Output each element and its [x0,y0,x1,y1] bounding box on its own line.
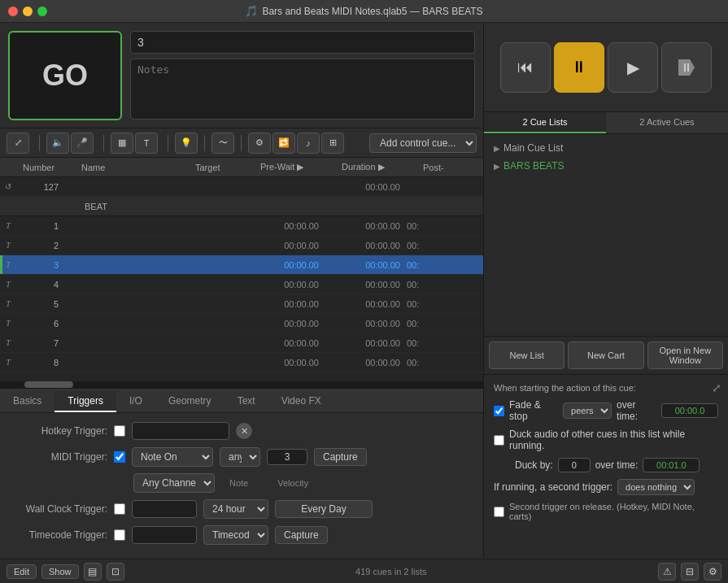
midi-btn[interactable]: ⊞ [321,133,344,154]
music-btn[interactable]: ♪ [297,133,320,154]
cue-number-input[interactable] [130,31,475,54]
table-row[interactable]: T 5 00:00.00 00:00.00 00: [0,294,483,314]
row-prewait: 00:00.00 [244,299,325,309]
table-row[interactable]: T 1 00:00.00 00:00.00 00: [0,216,483,236]
wall-clock-hour-select[interactable]: 24 hour [203,499,268,519]
cue-lists-tab[interactable]: 2 Cue Lists [484,112,606,133]
duck-time-input[interactable] [643,458,700,472]
row-prewait: 00:00.00 [244,358,325,368]
midi-channel-any-select[interactable]: any [220,447,260,467]
expand-icon[interactable]: ⤢ [712,381,721,394]
window-controls[interactable] [8,7,47,16]
midi-note-input[interactable] [267,449,307,465]
transport: ⏮ ⏸ ▶ [484,23,728,112]
table-row-active[interactable]: T 3 00:00.00 00:00.00 00: [0,255,483,275]
new-cart-btn[interactable]: New Cart [568,342,643,369]
row-post: 00: [407,241,483,250]
duck-audio-row: Duck audio of other cues in this list wh… [494,429,718,451]
separator-3 [168,135,168,151]
stop-btn[interactable] [661,42,712,93]
open-new-window-btn[interactable]: Open in New Window [647,342,723,369]
col-header-name: Name [81,163,195,172]
row-duration: 00:00.00 [325,319,407,328]
hotkey-trigger-row: Hotkey Trigger: ✕ [10,421,473,441]
table-row[interactable]: T 4 00:00.00 00:00.00 00: [0,275,483,294]
close-button[interactable] [8,7,18,16]
duck-by-input[interactable] [558,458,591,472]
list-item[interactable]: ▶ BARS BEATS [489,157,723,175]
wave-btn[interactable]: 〜 [211,133,234,154]
tab-io[interactable]: I/O [116,391,155,412]
tab-bar: Basics Triggers I/O Geometry Text Video … [0,389,483,413]
wall-clock-checkbox[interactable] [114,503,125,515]
col-header-prewait: Pre-Wait ▶ [260,162,342,172]
mic-btn[interactable]: 🎤 [71,133,94,154]
tab-videofx[interactable]: Video FX [268,391,334,412]
tab-triggers[interactable]: Triggers [54,391,116,412]
table-row[interactable]: T 7 00:00.00 00:00.00 00: [0,333,483,353]
title-icon: 🎵 [245,5,258,17]
speaker-btn[interactable]: 🔈 [46,133,69,154]
play-btn[interactable]: ▶ [608,42,658,93]
panel-icon-1[interactable]: ▤ [84,563,102,581]
midi-trigger-row: MIDI Trigger: Note On any Capture [10,447,473,467]
duck-checkbox[interactable] [494,435,504,446]
minimize-button[interactable] [23,7,33,16]
col-header-post: Post- [423,163,483,172]
second-on-release-checkbox[interactable] [494,507,504,517]
table-row[interactable]: T 6 00:00.00 00:00.00 00: [0,314,483,333]
maximize-button[interactable] [37,7,47,16]
fade-stop-peers-select[interactable]: peers [563,402,612,419]
second-trigger-select[interactable]: does nothing [617,479,695,495]
table-row[interactable]: T 8 00:00.00 00:00.00 00: [0,353,483,372]
add-control-select[interactable]: Add control cue... [369,133,477,153]
beat-label: BEAT [65,202,107,211]
rewind-btn[interactable]: ⏮ [500,42,551,93]
row-prewait: 00:00.00 [244,319,325,328]
table-row[interactable]: ↺ 127 00:00.00 [0,177,483,197]
grid-btn[interactable]: ▦ [111,133,133,154]
hotkey-checkbox[interactable] [114,425,125,437]
row-num: 4 [16,280,65,289]
hotkey-input[interactable] [132,422,229,440]
col-header-target: Target [195,163,260,172]
new-list-btn[interactable]: New List [489,342,565,369]
tab-text[interactable]: Text [225,391,268,412]
tab-geometry[interactable]: Geometry [155,391,225,412]
wall-clock-every-btn[interactable]: Every Day [275,500,373,518]
timecode-input[interactable] [132,526,197,544]
midi-any-channel-select[interactable]: Any Channel [133,473,215,493]
list-item[interactable]: ▶ Main Cue List [489,139,723,157]
notes-input[interactable] [130,59,475,120]
warning-icon[interactable]: ⚠ [658,563,676,581]
table-row[interactable]: T 2 00:00.00 00:00.00 00: [0,236,483,255]
clock-btn[interactable]: 🔁 [272,133,295,154]
horizontal-scrollbar[interactable] [0,381,483,388]
panel-icon-2[interactable]: ⊡ [107,563,124,581]
midi-mode-select[interactable]: Note On [132,447,213,467]
midi-checkbox[interactable] [114,451,125,463]
show-button[interactable]: Show [41,564,79,579]
go-button[interactable]: GO [8,31,122,120]
midi-capture-btn[interactable]: Capture [314,448,367,466]
expand-btn[interactable]: ⤢ [7,133,29,154]
light-btn[interactable]: 💡 [175,133,198,154]
settings-icon[interactable]: ⚙ [704,563,721,581]
display-icon[interactable]: ⊟ [681,563,699,581]
text-btn[interactable]: T [135,133,158,154]
wall-clock-input[interactable] [132,500,197,518]
tab-basics[interactable]: Basics [0,391,54,412]
hotkey-clear-btn[interactable]: ✕ [236,423,252,439]
active-cues-tab[interactable]: 2 Active Cues [606,112,728,133]
timecode-checkbox[interactable] [114,529,125,541]
timecode-capture-btn[interactable]: Capture [275,526,328,544]
edit-button[interactable]: Edit [7,564,37,579]
inspector: ⤢ When starting the action of this cue: … [484,374,728,583]
timecode-mode-select[interactable]: Timecode [203,525,268,545]
pause-btn[interactable]: ⏸ [554,42,604,93]
fade-stop-checkbox[interactable] [494,406,504,416]
second-trigger-label: If running, a second trigger: [494,481,612,493]
list-actions: New List New Cart Open in New Window [484,336,728,374]
fade-time-input[interactable] [661,403,718,418]
gear-btn[interactable]: ⚙ [248,133,271,154]
